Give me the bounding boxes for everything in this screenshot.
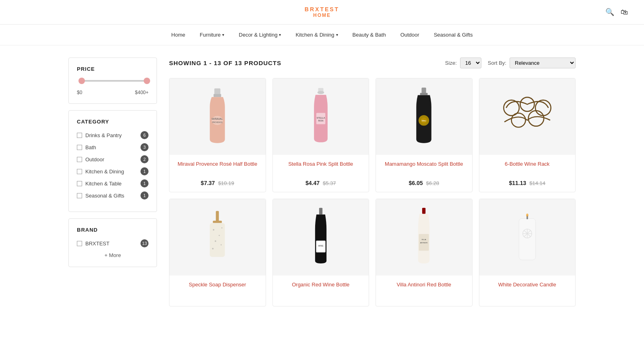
product-info-3: Mamamango Moscato Split Bottle $6.05 $6.…: [376, 155, 472, 192]
product-info-8: White Decorative Candle: [479, 276, 576, 306]
svg-point-18: [511, 113, 525, 127]
product-card-6[interactable]: WINE Organic Red Wine Bottle: [272, 199, 369, 306]
category-count-seasonal: 1: [140, 191, 149, 200]
product-image-7: VILLA ANTINORI: [376, 199, 472, 276]
svg-text:MIRAVAL: MIRAVAL: [212, 117, 223, 120]
product-info-7: Villa Antinori Red Bottle: [376, 276, 472, 306]
price-labels: $0 $400+: [77, 90, 149, 95]
header-controls: Size: 16 32 48 Sort By: Relevance Price:…: [445, 58, 576, 68]
logo-home: HOME: [313, 13, 331, 18]
nav-item-kitchen-dining[interactable]: Kitchen & Dining ▾: [295, 32, 338, 38]
svg-point-23: [213, 229, 215, 230]
product-card-7[interactable]: VILLA ANTINORI Villa Antinori Red Bottle: [376, 199, 473, 306]
category-count-drinks: 6: [140, 131, 149, 139]
product-prices-2: $4.47 $5.37: [278, 180, 364, 186]
header-icons: 🔍 🛍: [605, 8, 628, 16]
sort-control: Sort By: Relevance Price: Low to High Pr…: [488, 58, 576, 68]
category-outdoor: Outdoor 2: [77, 155, 149, 163]
svg-rect-10: [422, 88, 426, 94]
product-image-4: [479, 78, 576, 155]
price-max: $400+: [135, 90, 149, 95]
product-prices-1: $7.37 $10.19: [174, 180, 261, 186]
product-name-4: 6-Bottle Wine Rack: [484, 160, 571, 175]
product-image-6: WINE: [273, 199, 369, 276]
logo-brx: BRXTEST: [305, 6, 339, 12]
svg-rect-36: [519, 218, 535, 260]
category-checkbox-kitchen-dining[interactable]: [77, 169, 82, 174]
product-card-2[interactable]: STELLA ROSA Stella Rosa Pink Split Bottl…: [272, 78, 369, 192]
product-name-6: Organic Red Wine Bottle: [278, 281, 364, 296]
product-original-3: $6.28: [426, 180, 440, 186]
sort-select[interactable]: Relevance Price: Low to High Price: High…: [510, 58, 576, 68]
more-link: + More: [77, 251, 149, 259]
product-name-8: White Decorative Candle: [484, 281, 571, 296]
svg-text:ROSA: ROSA: [318, 120, 324, 122]
brand-label-brxtest[interactable]: BRXTEST: [85, 241, 109, 247]
products-area: SHOWING 1 - 13 OF 13 PRODUCTS Size: 16 3…: [169, 58, 576, 306]
product-name-2: Stella Rosa Pink Split Bottle: [278, 160, 364, 175]
category-checkbox-outdoor[interactable]: [77, 157, 82, 162]
nav-item-outdoor[interactable]: Outdoor: [400, 32, 419, 38]
nav-item-home[interactable]: Home: [171, 32, 186, 38]
category-count-bath: 3: [140, 143, 149, 151]
category-label-outdoor[interactable]: Outdoor: [85, 156, 104, 162]
price-min: $0: [77, 90, 82, 95]
category-checkbox-kitchen-table[interactable]: [77, 181, 82, 186]
product-info-6: Organic Red Wine Bottle: [273, 276, 369, 306]
category-count-kitchen-dining: 1: [140, 167, 149, 175]
nav-item-beauty-bath[interactable]: Beauty & Bath: [353, 32, 386, 38]
svg-text:WINE: WINE: [318, 245, 324, 247]
products-header: SHOWING 1 - 13 OF 13 PRODUCTS Size: 16 3…: [169, 58, 576, 68]
product-info-5: Speckle Soap Dispenser: [169, 276, 266, 306]
category-label-kitchen-table[interactable]: Kitchen & Table: [85, 181, 122, 187]
svg-point-27: [212, 248, 214, 249]
showing-text: SHOWING 1 - 13 OF 13 PRODUCTS: [169, 60, 281, 66]
category-seasonal: Seasonal & Gifts 1: [77, 191, 149, 200]
nav-item-furniture[interactable]: Furniture ▾: [200, 32, 224, 38]
product-card-1[interactable]: MIRAVAL PROVENCE Miraval Provence Rosé H…: [169, 78, 266, 192]
product-card-4[interactable]: 6-Bottle Wine Rack $11.13 $14.14: [479, 78, 576, 192]
category-filter-title: CATEGORY: [77, 119, 149, 125]
range-track: [78, 80, 147, 82]
product-price-1: $7.37: [201, 180, 215, 186]
product-original-4: $14.14: [529, 180, 545, 186]
size-select[interactable]: 16 32 48: [460, 58, 481, 68]
nav-item-seasonal[interactable]: Seasonal & Gifts: [434, 32, 473, 38]
category-filter-section: CATEGORY Drinks & Pantry 6 Bath 3 Outd: [68, 110, 157, 212]
search-icon[interactable]: 🔍: [605, 8, 614, 16]
category-label-bath[interactable]: Bath: [85, 144, 96, 150]
product-price-2: $4.47: [305, 180, 320, 186]
category-label-seasonal[interactable]: Seasonal & Gifts: [85, 193, 124, 199]
main-nav: Home Furniture ▾ Decor & Lighting ▾ Kitc…: [0, 25, 644, 45]
brand-filter-section: BRAND BRXTEST 13 + More: [68, 218, 157, 267]
svg-rect-22: [210, 223, 225, 257]
product-info-1: Miraval Provence Rosé Half Bottle $7.37 …: [169, 155, 266, 192]
logo[interactable]: BRXTEST HOME: [305, 6, 339, 18]
price-filter-section: PRICE $0 $400+: [68, 58, 157, 104]
brand-checkbox-brxtest[interactable]: [77, 241, 82, 246]
sort-label: Sort By:: [488, 60, 506, 66]
cart-icon[interactable]: 🛍: [621, 8, 628, 16]
category-label-kitchen-dining[interactable]: Kitchen & Dining: [85, 169, 124, 175]
category-checkbox-seasonal[interactable]: [77, 193, 82, 198]
category-label-drinks[interactable]: Drinks & Pantry: [85, 132, 122, 138]
product-image-2: STELLA ROSA: [273, 78, 369, 155]
more-button[interactable]: + More: [105, 252, 121, 258]
product-original-1: $10.19: [218, 180, 234, 186]
range-thumb-min[interactable]: [78, 78, 85, 84]
svg-point-24: [219, 235, 220, 236]
product-card-5[interactable]: Speckle Soap Dispenser: [169, 199, 266, 306]
product-card-8[interactable]: White Decorative Candle: [479, 199, 576, 306]
nav-item-decor[interactable]: Decor & Lighting ▾: [239, 32, 281, 38]
range-thumb-max[interactable]: [144, 78, 150, 84]
category-count-outdoor: 2: [140, 155, 149, 163]
svg-text:M●o: M●o: [422, 119, 426, 122]
size-label: Size:: [445, 60, 457, 66]
category-checkbox-drinks[interactable]: [77, 133, 82, 138]
product-card-3[interactable]: M●o Mamamango Moscato Split Bottle $6.05…: [376, 78, 473, 192]
svg-rect-29: [319, 208, 322, 215]
svg-point-26: [221, 244, 222, 245]
category-checkbox-bath[interactable]: [77, 145, 82, 150]
brand-brxtest: BRXTEST 13: [77, 239, 149, 247]
chevron-down-icon: ▾: [222, 33, 224, 37]
